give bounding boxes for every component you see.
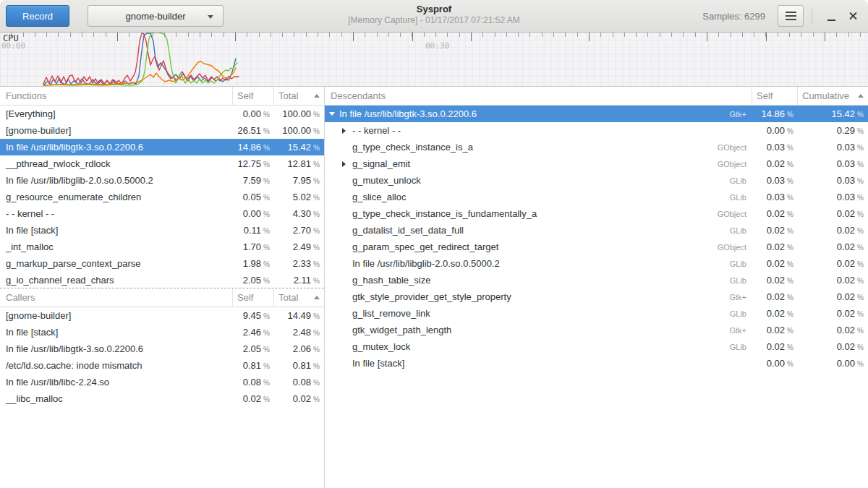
percent-value: 7.59%	[233, 175, 274, 186]
table-row[interactable]: g_io_channel_read_chars2.05%2.11%	[0, 272, 324, 288]
tree-row[interactable]: g_mutex_unlockGLib0.03%0.03%	[325, 172, 868, 189]
functions-total-column-header[interactable]: Total	[274, 87, 324, 105]
percent-number: 0.02	[767, 241, 785, 252]
tree-row[interactable]: g_type_check_instance_is_aGObject0.03%0.…	[325, 139, 868, 155]
percent-number: 2.49	[293, 241, 311, 252]
table-row[interactable]: In file [stack]2.46%2.48%	[0, 324, 324, 341]
tree-row[interactable]: - - kernel - -0.00%0.29%	[325, 122, 868, 139]
sort-ascending-icon	[314, 296, 320, 299]
table-row[interactable]: In file /usr/lib/libc-2.24.so0.08%0.08%	[0, 374, 324, 390]
descendants-column-header[interactable]: Descendants	[325, 87, 752, 105]
percent-number: 0.00	[767, 358, 785, 369]
tree-row[interactable]: gtk_style_provider_get_style_propertyGtk…	[325, 288, 868, 305]
descendant-name-cell: g_hash_table_sizeGLib	[325, 275, 752, 286]
table-row[interactable]: In file /usr/lib/libgtk-3.so.0.2200.62.0…	[0, 341, 324, 357]
function-name: g_resource_enumerate_children	[0, 192, 233, 202]
table-row[interactable]: __pthread_rwlock_rdlock12.75%12.81%	[0, 155, 324, 172]
percent-sign: %	[787, 210, 793, 218]
percent-sign: %	[787, 194, 793, 202]
tree-row[interactable]: In file /usr/lib/libgtk-3.so.0.2200.6Gtk…	[325, 106, 868, 122]
table-row[interactable]: - - kernel - -0.00%4.30%	[0, 205, 324, 222]
percent-value: 0.02%	[798, 241, 868, 252]
table-row[interactable]: [gnome-builder]26.51%100.00%	[0, 122, 324, 139]
table-row[interactable]: __libc_malloc0.02%0.02%	[0, 390, 324, 407]
table-row[interactable]: [Everything]0.00%100.00%	[0, 106, 324, 122]
expander-collapsed-icon[interactable]	[342, 161, 352, 167]
table-row[interactable]: g_resource_enumerate_children0.05%5.02%	[0, 189, 324, 205]
percent-sign: %	[857, 227, 864, 235]
expander-expanded-icon[interactable]	[329, 112, 339, 116]
percent-sign: %	[787, 260, 793, 268]
tree-row[interactable]: g_signal_emitGObject0.02%0.03%	[325, 155, 868, 172]
function-name: In file [stack]	[0, 327, 233, 338]
percent-number: 0.00	[243, 208, 261, 219]
descendant-name-cell: g_type_check_instance_is_fundamentally_a…	[325, 208, 752, 219]
percent-value: 0.03%	[752, 142, 798, 153]
percent-number: 0.02	[767, 208, 785, 219]
tree-row[interactable]: In file [stack]0.00%0.00%	[325, 355, 868, 372]
table-row[interactable]: g_markup_parse_context_parse1.98%2.33%	[0, 255, 324, 272]
descendant-name-cell: gtk_style_provider_get_style_propertyGtk…	[325, 291, 752, 302]
percent-value: 0.02%	[233, 393, 274, 404]
tree-row[interactable]: gtk_widget_path_lengthGtk+0.02%0.02%	[325, 322, 868, 338]
table-row[interactable]: In file /usr/lib/libglib-2.0.so.0.5000.2…	[0, 172, 324, 189]
percent-sign: %	[263, 127, 270, 135]
tree-row[interactable]: g_type_check_instance_is_fundamentally_a…	[325, 205, 868, 222]
callers-self-column-header[interactable]: Self	[233, 288, 274, 307]
percent-sign: %	[313, 111, 320, 119]
target-process-dropdown[interactable]: gnome-builder	[88, 5, 224, 27]
percent-value: 0.29%	[798, 125, 868, 136]
functions-table-header: Functions Self Total	[0, 87, 324, 106]
function-name: [Everything]	[0, 108, 233, 119]
percent-sign: %	[313, 260, 320, 268]
callers-column-header[interactable]: Callers	[0, 288, 233, 307]
sort-ascending-icon	[314, 94, 320, 98]
tree-row[interactable]: g_list_remove_linkGLib0.02%0.02%	[325, 305, 868, 322]
table-row[interactable]: In file [stack]0.11%2.70%	[0, 222, 324, 239]
functions-column-header[interactable]: Functions	[0, 87, 233, 105]
expander-collapsed-icon[interactable]	[342, 128, 352, 134]
descendants-self-column-header[interactable]: Self	[752, 87, 798, 105]
functions-self-column-header[interactable]: Self	[233, 87, 274, 105]
percent-sign: %	[313, 227, 320, 235]
function-name: __pthread_rwlock_rdlock	[0, 158, 233, 169]
tree-row[interactable]: g_param_spec_get_redirect_targetGObject0…	[325, 239, 868, 255]
percent-value: 0.02%	[798, 208, 868, 219]
tree-row[interactable]: g_datalist_id_set_data_fullGLib0.02%0.02…	[325, 222, 868, 239]
percent-number: 100.00	[282, 108, 311, 119]
percent-number: 0.05	[243, 192, 261, 202]
close-button[interactable]	[842, 5, 864, 27]
percent-sign: %	[857, 127, 864, 135]
percent-value: 12.81%	[274, 158, 324, 169]
minimize-button[interactable]	[820, 5, 842, 27]
descendants-cumulative-column-header[interactable]: Cumulative	[798, 87, 868, 105]
percent-number: 2.05	[243, 275, 261, 286]
percent-value: 0.02%	[752, 241, 798, 252]
descendant-name: g_type_check_instance_is_fundamentally_a	[352, 208, 537, 219]
percent-number: 2.48	[293, 327, 311, 338]
library-tag: GLib	[730, 226, 752, 235]
percent-sign: %	[263, 144, 270, 152]
record-button[interactable]: Record	[6, 5, 69, 27]
percent-value: 2.11%	[274, 275, 324, 286]
table-row[interactable]: _int_malloc1.70%2.49%	[0, 239, 324, 255]
percent-value: 14.86%	[233, 142, 274, 153]
callers-total-column-header[interactable]: Total	[274, 288, 324, 307]
tree-row[interactable]: g_mutex_lockGLib0.02%0.02%	[325, 338, 868, 355]
tree-row[interactable]: g_hash_table_sizeGLib0.02%0.02%	[325, 272, 868, 288]
percent-number: 0.00	[837, 358, 855, 369]
table-row[interactable]: In file /usr/lib/libgtk-3.so.0.2200.614.…	[0, 139, 324, 155]
table-row[interactable]: [gnome-builder]9.45%14.49%	[0, 307, 324, 324]
menu-button[interactable]	[778, 5, 804, 27]
table-row[interactable]: /etc/ld.so.cache: inode mismatch0.81%0.8…	[0, 357, 324, 374]
percent-number: 0.02	[243, 393, 261, 404]
tree-row[interactable]: g_slice_allocGLib0.03%0.03%	[325, 189, 868, 205]
callers-table-header: Callers Self Total	[0, 288, 324, 307]
percent-value: 0.03%	[798, 158, 868, 169]
cpu-timeline-graph[interactable]: CPU 00:00 00:30	[0, 33, 868, 87]
tree-row[interactable]: In file /usr/lib/libglib-2.0.so.0.5000.2…	[325, 255, 868, 272]
percent-sign: %	[787, 227, 793, 235]
header-bar: Record gnome-builder Sysprof [Memory Cap…	[0, 0, 868, 33]
percent-number: 2.46	[243, 327, 261, 338]
right-pane: Descendants Self Cumulative In file /usr…	[325, 87, 868, 488]
